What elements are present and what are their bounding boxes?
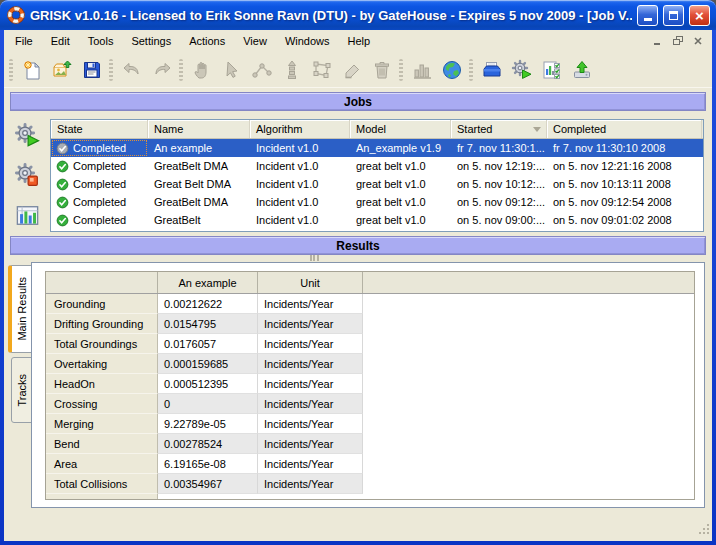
results-column-header-blank[interactable] bbox=[46, 272, 158, 293]
job-cell-state: Completed bbox=[51, 175, 148, 193]
results-row-unit: Incidents/Year bbox=[258, 454, 363, 474]
results-row-filler bbox=[363, 334, 694, 354]
redo-icon bbox=[151, 59, 173, 81]
results-row[interactable]: Merging9.22789e-05Incidents/Year bbox=[46, 414, 694, 434]
job-results-button[interactable] bbox=[537, 55, 567, 85]
jobs-column-header-started[interactable]: Started bbox=[451, 120, 547, 138]
mdi-restore-button[interactable] bbox=[669, 34, 687, 49]
results-row-filler bbox=[363, 414, 694, 434]
results-row-filler bbox=[363, 314, 694, 334]
job-cell-state: Completed bbox=[51, 193, 148, 211]
menu-settings[interactable]: Settings bbox=[122, 30, 180, 52]
job-row[interactable]: CompletedGreat Belt DMAIncident v1.0grea… bbox=[51, 175, 703, 193]
application-window: GRISK v1.0.16 - Licensed to Erik Sonne R… bbox=[0, 0, 716, 545]
sort-descending-icon bbox=[533, 127, 541, 132]
results-row[interactable]: Overtaking0.000159685Incidents/Year bbox=[46, 354, 694, 374]
show-statistics-button[interactable] bbox=[12, 200, 42, 230]
toolbar-group-grip[interactable] bbox=[109, 59, 113, 81]
pan-hand-icon bbox=[191, 59, 213, 81]
jobs-column-label: Completed bbox=[553, 123, 606, 135]
jobs-column-header-state[interactable]: State bbox=[51, 120, 148, 138]
job-cell-started: on 5. nov 12:19:... bbox=[451, 157, 547, 175]
toolbar-group-grip[interactable] bbox=[469, 59, 473, 81]
open-button[interactable] bbox=[47, 55, 77, 85]
client-area: FileEditToolsSettingsActionsViewWindowsH… bbox=[4, 30, 712, 541]
results-row[interactable]: HeadOn0.000512395Incidents/Year bbox=[46, 374, 694, 394]
job-cell-text: An example bbox=[154, 142, 212, 154]
job-cell-algorithm: Incident v1.0 bbox=[250, 211, 350, 229]
jobs-area: StateNameAlgorithmModelStartedCompleted … bbox=[4, 111, 712, 234]
toolbar-group-grip[interactable] bbox=[179, 59, 183, 81]
menu-actions[interactable]: Actions bbox=[180, 30, 234, 52]
run-job-icon bbox=[511, 59, 533, 81]
jobs-column-header-algorithm[interactable]: Algorithm bbox=[250, 120, 350, 138]
results-row-label: Area bbox=[46, 454, 158, 474]
chart-tool-icon bbox=[411, 59, 433, 81]
title-bar[interactable]: GRISK v1.0.16 - Licensed to Erik Sonne R… bbox=[0, 0, 716, 30]
toolbar-group-grip[interactable] bbox=[9, 59, 13, 81]
job-row[interactable]: CompletedGreatBelt DMAIncident v1.0great… bbox=[51, 193, 703, 211]
menu-edit[interactable]: Edit bbox=[42, 30, 79, 52]
mdi-minimize-button[interactable] bbox=[649, 34, 667, 49]
job-cell-text: Completed bbox=[73, 196, 126, 208]
run-job-button[interactable] bbox=[12, 120, 42, 150]
mdi-close-button[interactable] bbox=[689, 34, 707, 49]
status-bar bbox=[4, 520, 712, 541]
stop-job-button[interactable] bbox=[12, 160, 42, 190]
jobs-column-label: Model bbox=[356, 123, 386, 135]
results-section-title: Results bbox=[336, 239, 379, 253]
new-job-button[interactable] bbox=[17, 55, 47, 85]
resize-grip[interactable] bbox=[697, 521, 710, 539]
jobs-column-header-model[interactable]: Model bbox=[350, 120, 451, 138]
redo-button bbox=[147, 55, 177, 85]
world-map-button[interactable] bbox=[437, 55, 467, 85]
menu-tools[interactable]: Tools bbox=[79, 30, 123, 52]
job-cell-text: Incident v1.0 bbox=[256, 160, 318, 172]
splitter-grip-top[interactable] bbox=[310, 255, 320, 261]
results-table[interactable]: An exampleUnit Grounding0.00212622Incide… bbox=[45, 271, 695, 500]
export-job-button[interactable] bbox=[567, 55, 597, 85]
menu-view[interactable]: View bbox=[234, 30, 276, 52]
tab-main-results[interactable]: Main Results bbox=[8, 265, 32, 353]
jobs-table[interactable]: StateNameAlgorithmModelStartedCompleted … bbox=[50, 119, 704, 232]
results-row-value: 0.00278524 bbox=[158, 434, 258, 454]
results-row[interactable]: Total Groundings0.0176057Incidents/Year bbox=[46, 334, 694, 354]
job-row[interactable]: CompletedAn exampleIncident v1.0An_examp… bbox=[51, 139, 703, 157]
check-green-icon bbox=[56, 196, 69, 209]
results-row[interactable]: Grounding0.00212622Incidents/Year bbox=[46, 294, 694, 314]
mdi-restore-icon bbox=[673, 36, 684, 46]
maximize-button[interactable] bbox=[663, 5, 684, 26]
mdi-close-icon bbox=[693, 36, 703, 46]
menu-file[interactable]: File bbox=[6, 30, 42, 52]
results-row[interactable]: Bend0.00278524Incidents/Year bbox=[46, 434, 694, 454]
results-row-label: Merging bbox=[46, 414, 158, 434]
edit-button bbox=[337, 55, 367, 85]
job-cell-text: on 5. nov 09:12:54 2008 bbox=[553, 196, 672, 208]
tab-tracks[interactable]: Tracks bbox=[11, 357, 32, 423]
save-button[interactable] bbox=[77, 55, 107, 85]
delete-trash-icon bbox=[371, 59, 393, 81]
results-row[interactable]: Drifting Grounding0.0154795Incidents/Yea… bbox=[46, 314, 694, 334]
menu-help[interactable]: Help bbox=[339, 30, 380, 52]
job-cell-text: great belt v1.0 bbox=[356, 214, 426, 226]
run-job-button[interactable] bbox=[507, 55, 537, 85]
job-box-icon bbox=[481, 59, 503, 81]
minimize-button[interactable] bbox=[637, 5, 658, 26]
job-row[interactable]: CompletedGreatBelt DMAIncident v1.0great… bbox=[51, 157, 703, 175]
jobs-column-header-name[interactable]: Name bbox=[148, 120, 250, 138]
job-box-button[interactable] bbox=[477, 55, 507, 85]
close-button[interactable]: × bbox=[689, 5, 710, 26]
results-row[interactable]: Area6.19165e-08Incidents/Year bbox=[46, 454, 694, 474]
menu-windows[interactable]: Windows bbox=[276, 30, 339, 52]
results-row[interactable]: Total Collisions0.00354967Incidents/Year bbox=[46, 474, 694, 494]
jobs-section-title: Jobs bbox=[344, 95, 372, 109]
results-column-header-an-example[interactable]: An example bbox=[158, 272, 258, 293]
results-row[interactable]: Crossing0Incidents/Year bbox=[46, 394, 694, 414]
toolbar-group-grip[interactable] bbox=[399, 59, 403, 81]
jobs-column-header-completed[interactable]: Completed bbox=[547, 120, 702, 138]
results-row-unit: Incidents/Year bbox=[258, 354, 363, 374]
job-cell-text: on 5. nov 12:19:... bbox=[457, 160, 545, 172]
job-row[interactable]: CompletedGreatBeltIncident v1.0great bel… bbox=[51, 211, 703, 229]
job-cell-text: Incident v1.0 bbox=[256, 214, 318, 226]
results-column-header-unit[interactable]: Unit bbox=[258, 272, 363, 293]
